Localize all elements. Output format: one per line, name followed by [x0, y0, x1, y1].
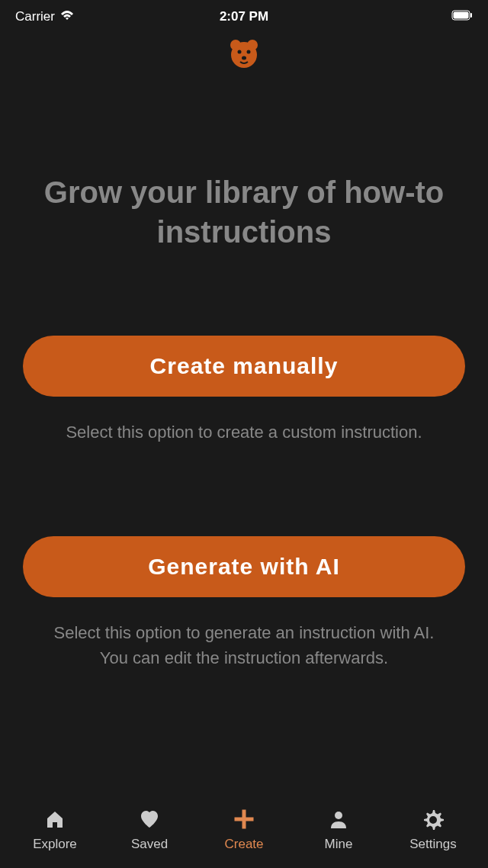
ai-desc: Select this option to generate an instru… [23, 620, 465, 670]
bear-logo-icon [227, 37, 261, 73]
tab-label: Explore [33, 837, 77, 852]
tab-label: Saved [131, 837, 168, 852]
tab-mine[interactable]: Mine [300, 808, 377, 852]
tab-saved[interactable]: Saved [111, 808, 188, 852]
svg-rect-10 [235, 818, 253, 821]
status-time: 2:07 PM [220, 9, 268, 24]
svg-rect-1 [454, 12, 469, 19]
main-content: Grow your library of how-to instructions… [0, 96, 488, 670]
wifi-icon [59, 9, 75, 25]
svg-point-6 [238, 50, 242, 54]
person-icon [328, 808, 349, 831]
home-icon [44, 808, 66, 831]
status-bar: Carrier 2:07 PM [0, 0, 488, 31]
status-left: Carrier [15, 9, 75, 25]
tab-label: Settings [409, 837, 456, 852]
tab-bar: Explore Saved Create Mine [0, 799, 488, 868]
create-manually-button[interactable]: Create manually [23, 336, 465, 397]
svg-rect-2 [470, 13, 472, 18]
battery-icon [451, 10, 473, 24]
svg-point-7 [247, 50, 251, 54]
tab-label: Create [224, 837, 263, 852]
tab-explore[interactable]: Explore [17, 808, 93, 852]
option-ai: Generate with AI Select this option to g… [23, 536, 465, 670]
page-heading: Grow your library of how-to instructions [23, 172, 465, 252]
status-right [451, 10, 473, 24]
heart-icon [139, 808, 160, 831]
svg-point-11 [335, 812, 342, 819]
manual-desc: Select this option to create a custom in… [23, 420, 465, 445]
option-manual: Create manually Select this option to cr… [23, 336, 465, 445]
plus-icon [233, 808, 255, 831]
svg-point-8 [242, 56, 246, 60]
gear-icon [422, 808, 444, 831]
generate-ai-button[interactable]: Generate with AI [23, 536, 465, 597]
app-logo [0, 31, 488, 96]
tab-label: Mine [325, 837, 353, 852]
tab-settings[interactable]: Settings [395, 808, 471, 852]
carrier-label: Carrier [15, 9, 55, 24]
tab-create[interactable]: Create [206, 808, 282, 852]
